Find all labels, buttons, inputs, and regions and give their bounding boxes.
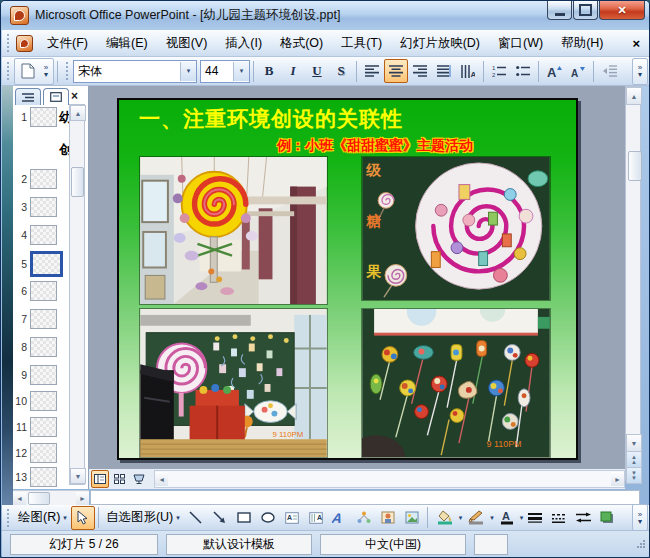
textbox-tool-button[interactable]: A [280,506,304,530]
panel-scrollbar[interactable]: ▲ ▼ [69,104,85,485]
font-name-dropdown-icon[interactable]: ▾ [180,62,196,81]
thumbnail-image[interactable] [30,107,57,127]
maximize-button[interactable] [573,1,598,20]
menu-file[interactable]: 文件(F) [38,31,97,56]
language-status[interactable]: 中文(中国) [320,534,466,555]
panel-hscroll-thumb[interactable] [28,492,50,505]
slide-thumbnail-11[interactable]: 11 [13,417,77,437]
menu-slideshow[interactable]: 幻灯片放映(D) [391,31,489,56]
photo-classroom-wall[interactable]: 9 110PM [139,308,328,458]
toolbar-grip[interactable] [6,508,11,528]
slide-title[interactable]: 一、注重环境创设的关联性 [139,105,403,133]
previous-slide-button[interactable]: ▲▲ [626,451,642,468]
align-left-button[interactable] [360,59,384,83]
distribute-button[interactable] [432,59,456,83]
scroll-up-icon[interactable]: ▲ [626,87,642,105]
arrow-tool-button[interactable] [208,506,232,530]
slide-thumbnail-7[interactable]: 7 [13,309,77,329]
tab-outline[interactable] [15,88,41,105]
thumbnail-image[interactable] [30,251,63,277]
thumbnail-image[interactable] [30,281,57,301]
draw-menu-button[interactable]: 绘图(R)▾ [14,509,71,526]
close-presentation-icon[interactable]: × [632,36,640,51]
toolbar-grip[interactable] [6,61,11,81]
scroll-up-icon[interactable]: ▲ [70,105,86,121]
slide-canvas[interactable]: 一、注重环境创设的关联性 例：小班《甜甜蜜蜜》主题活动 [117,98,578,460]
design-template-status[interactable]: 默认设计模板 [166,534,312,555]
panel-horizontal-scrollbar[interactable]: ◄ ► [13,490,89,505]
bold-button[interactable]: B [257,59,281,83]
thumbnail-image[interactable] [30,169,57,189]
thumbnail-image[interactable] [30,197,57,217]
slide-scrollbar[interactable]: ▲ ▼ ▲▲ ▼▼ [625,86,641,481]
rectangle-tool-button[interactable] [232,506,256,530]
arrow-style-button[interactable] [571,506,595,530]
slide-workspace[interactable]: 一、注重环境创设的关联性 例：小班《甜甜蜜蜜》主题活动 [89,86,625,469]
font-size-combobox[interactable]: 44 ▾ [200,60,250,83]
thumbnail-image[interactable] [30,417,57,437]
wordart-button[interactable]: A [328,506,352,530]
menu-tools[interactable]: 工具(T) [332,31,391,56]
resize-grip-icon[interactable] [636,539,646,549]
select-objects-button[interactable] [71,506,95,530]
slide-thumbnail-5[interactable]: 5 [13,251,77,277]
toolbar-overflow-button[interactable]: »▾ [40,59,52,83]
decrease-font-button[interactable]: A [566,59,590,83]
insert-picture-button[interactable] [400,506,424,530]
notes-pane[interactable] [90,490,640,505]
scroll-down-icon[interactable]: ▼ [70,468,86,484]
slide-thumbnail-12[interactable]: 12 [13,443,77,463]
toolbar-grip[interactable] [6,33,11,53]
slide-subtitle[interactable]: 例：小班《甜甜蜜蜜》主题活动 [277,137,473,155]
slide-thumbnail-4[interactable]: 4 [13,225,77,245]
line-tool-button[interactable] [184,506,208,530]
close-button[interactable]: ✕ [599,1,645,20]
slide-thumbnail-9[interactable]: 9 [13,365,77,385]
line-style-button[interactable] [523,506,547,530]
slideshow-view-button[interactable] [130,470,148,488]
thumbnail-image[interactable] [30,309,57,329]
text-shadow-button[interactable]: S [329,59,353,83]
scroll-right-icon[interactable]: ► [611,472,624,486]
thumbnail-image[interactable] [30,337,57,357]
scroll-right-icon[interactable]: ► [76,492,89,505]
slide-thumbnail-2[interactable]: 2 [13,169,77,189]
thumbnail-image[interactable] [30,443,57,463]
toolbar-overflow-button[interactable]: »▾ [634,59,646,83]
menu-view[interactable]: 视图(V) [157,31,217,56]
menu-format[interactable]: 格式(O) [271,31,332,56]
shadow-style-button[interactable] [595,506,619,530]
photo-candy-board[interactable]: 9 110PM [361,308,551,458]
increase-font-button[interactable]: A [542,59,566,83]
menu-edit[interactable]: 编辑(E) [97,31,157,56]
new-document-button[interactable] [16,59,40,83]
scroll-down-icon[interactable]: ▼ [626,434,642,452]
decrease-indent-button[interactable] [597,59,621,83]
oval-tool-button[interactable] [256,506,280,530]
slide-thumbnail-13[interactable]: 13 [13,467,77,487]
align-right-button[interactable] [408,59,432,83]
text-direction-button[interactable]: A [456,59,480,83]
thumbnail-image[interactable] [30,391,57,411]
photo-spiral-board[interactable]: 级 糖 果 [361,156,551,301]
toolbar-overflow-button[interactable]: »▾ [634,506,646,530]
slide-sorter-view-button[interactable] [111,470,129,488]
panel-scrollbar-thumb[interactable] [71,167,84,197]
thumbnail-image[interactable] [30,365,57,385]
font-color-button[interactable]: A [494,506,520,530]
font-name-combobox[interactable]: 宋体 ▾ [73,60,197,83]
normal-view-button[interactable] [91,470,109,488]
slide-scrollbar-thumb[interactable] [628,151,642,181]
autoshapes-menu-button[interactable]: 自选图形(U)▾ [102,509,184,526]
scroll-left-icon[interactable]: ◄ [13,492,26,505]
scroll-left-icon[interactable]: ◄ [155,472,168,486]
horizontal-scrollbar[interactable]: ◄ ► [154,470,625,488]
thumbnail-image[interactable] [30,467,57,487]
vertical-textbox-tool-button[interactable]: A [304,506,328,530]
slide-thumbnail-10[interactable]: 10 [13,391,77,411]
align-center-button[interactable] [384,59,408,83]
underline-button[interactable]: U [305,59,329,83]
photo-corridor-mobile[interactable] [139,156,328,305]
slide-thumbnail-8[interactable]: 8 [13,337,77,357]
tab-slides[interactable] [43,88,69,105]
